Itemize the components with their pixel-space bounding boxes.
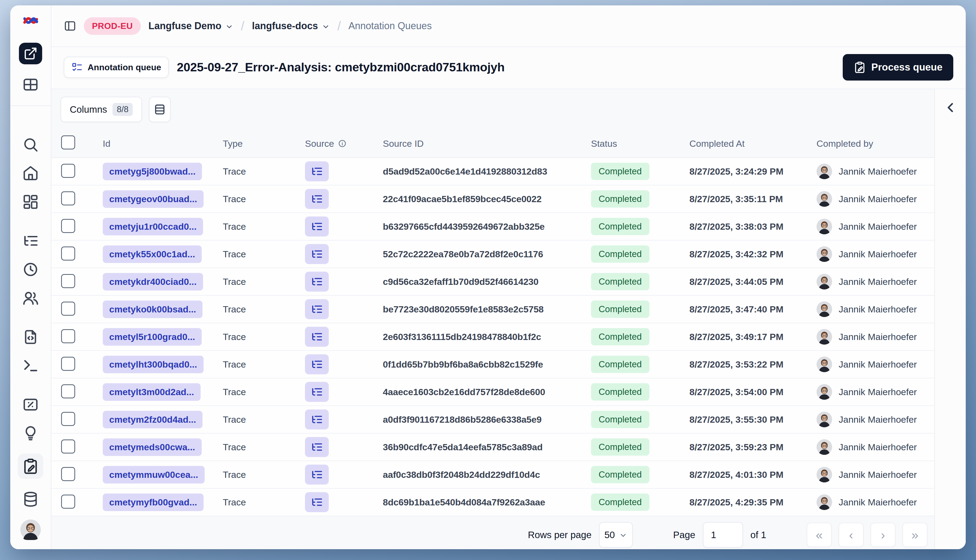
table-view-icon[interactable] bbox=[22, 76, 39, 93]
trace-source-button[interactable] bbox=[305, 437, 329, 457]
row-id-badge[interactable]: cmetymyfb00gvad... bbox=[103, 493, 204, 511]
table-row[interactable]: cmetyk55x00c1ad... Trace 52c72c2222ea78e… bbox=[52, 240, 934, 268]
info-icon[interactable] bbox=[338, 139, 347, 148]
row-id-badge[interactable]: cmetyju1r00ccad0... bbox=[103, 218, 203, 235]
next-page-button[interactable]: › bbox=[871, 523, 896, 547]
row-id-badge[interactable]: cmetyl5r100grad0... bbox=[103, 328, 202, 346]
trace-source-button[interactable] bbox=[305, 410, 329, 430]
columns-button[interactable]: Columns 8/8 bbox=[60, 97, 142, 122]
dashboard-icon[interactable] bbox=[22, 193, 39, 210]
playground-terminal-icon[interactable] bbox=[22, 357, 39, 374]
trace-source-button[interactable] bbox=[305, 189, 329, 209]
trace-source-button[interactable] bbox=[305, 492, 329, 512]
col-header-source[interactable]: Source bbox=[297, 138, 379, 149]
chevron-down-icon bbox=[322, 22, 330, 30]
row-id-badge[interactable]: cmetygeov00buad... bbox=[103, 190, 204, 208]
col-header-id[interactable]: Id bbox=[97, 138, 219, 149]
row-id-badge[interactable]: cmetyko0k00bsad... bbox=[103, 300, 202, 318]
environment-badge[interactable]: PROD-EU bbox=[84, 17, 141, 35]
row-id-badge[interactable]: cmetykdr400ciad0... bbox=[103, 273, 203, 290]
panel-toggle-icon[interactable] bbox=[64, 20, 76, 32]
sidebar-item-share[interactable] bbox=[19, 43, 42, 64]
trace-source-button[interactable] bbox=[305, 244, 329, 264]
row-id-badge[interactable]: cmetyg5j800bwad... bbox=[103, 163, 202, 180]
trace-source-button[interactable] bbox=[305, 299, 329, 319]
row-source-id: 0f1dd65b7bb9bf6ba8a6cbb82c1529fe bbox=[383, 359, 543, 370]
trace-source-button[interactable] bbox=[305, 217, 329, 237]
table-row[interactable]: cmetyju1r00ccad0... Trace b63297665cfd44… bbox=[52, 213, 934, 240]
rows-per-page-select[interactable]: 50 bbox=[599, 522, 632, 548]
process-queue-button[interactable]: Process queue bbox=[843, 54, 953, 80]
row-completed-by: Jannik Maierhoefer bbox=[839, 249, 917, 260]
row-checkbox[interactable] bbox=[61, 192, 75, 205]
trace-source-button[interactable] bbox=[305, 162, 329, 182]
page-number-input[interactable]: 1 bbox=[703, 522, 743, 548]
table-row[interactable]: cmetyl5r100grad0... Trace 2e603f31361115… bbox=[52, 323, 934, 351]
row-checkbox[interactable] bbox=[61, 440, 75, 453]
table-row[interactable]: cmetylt3m00d2ad... Trace 4aaece1603cb2e1… bbox=[52, 378, 934, 406]
queue-type-pill[interactable]: Annotation queue bbox=[64, 57, 169, 78]
col-header-status[interactable]: Status bbox=[587, 138, 681, 149]
row-id-badge[interactable]: cmetymeds00cwa... bbox=[103, 438, 202, 456]
org-switcher[interactable]: Langfuse Demo bbox=[148, 20, 233, 32]
col-header-source-id[interactable]: Source ID bbox=[379, 138, 587, 149]
col-header-type[interactable]: Type bbox=[219, 138, 297, 149]
col-header-completed-by[interactable]: Completed by bbox=[811, 138, 934, 149]
row-checkbox[interactable] bbox=[61, 412, 75, 426]
trace-source-button[interactable] bbox=[305, 382, 329, 402]
row-checkbox[interactable] bbox=[61, 384, 75, 398]
process-queue-label: Process queue bbox=[871, 62, 943, 73]
project-switcher[interactable]: langfuse-docs bbox=[252, 20, 330, 32]
trace-source-button[interactable] bbox=[305, 465, 329, 485]
row-id-badge[interactable]: cmetyk55x00c1ad... bbox=[103, 245, 202, 263]
row-checkbox[interactable] bbox=[61, 247, 75, 260]
row-checkbox[interactable] bbox=[61, 357, 75, 371]
sidebar-item-annotation-queues-active[interactable] bbox=[18, 453, 43, 479]
table-row[interactable]: cmetyko0k00bsad... Trace be7723e30d80205… bbox=[52, 296, 934, 323]
row-checkbox[interactable] bbox=[61, 302, 75, 316]
row-checkbox[interactable] bbox=[61, 495, 75, 508]
traces-icon[interactable] bbox=[22, 232, 39, 249]
table-row[interactable]: cmetylht300bqad0... Trace 0f1dd65b7bb9bf… bbox=[52, 351, 934, 378]
row-height-button[interactable] bbox=[149, 97, 170, 122]
completed-by-avatar bbox=[816, 329, 832, 345]
sidebar-divider bbox=[10, 105, 51, 106]
row-id-badge[interactable]: cmetylht300bqad0... bbox=[103, 356, 204, 373]
first-page-button[interactable]: « bbox=[807, 523, 832, 547]
table-row[interactable]: cmetygeov00buad... Trace 22c41f09acae5b1… bbox=[52, 185, 934, 213]
row-checkbox[interactable] bbox=[61, 467, 75, 481]
search-icon[interactable] bbox=[22, 136, 39, 153]
last-page-button[interactable]: » bbox=[903, 523, 928, 547]
table-header-row: Id Type Source Source ID Status Complete… bbox=[52, 130, 934, 158]
breadcrumb-page[interactable]: Annotation Queues bbox=[349, 20, 432, 32]
select-all-checkbox[interactable] bbox=[61, 135, 75, 150]
table-row[interactable]: cmetymyfb00gvad... Trace 8dc69b1ba1e540b… bbox=[52, 488, 934, 516]
table-row[interactable]: cmetymmuw00cea... Trace aaf0c38db0f3f204… bbox=[52, 461, 934, 488]
evaluation-percent-icon[interactable] bbox=[22, 396, 39, 413]
row-checkbox[interactable] bbox=[61, 329, 75, 343]
insights-lightbulb-icon[interactable] bbox=[22, 425, 39, 442]
trace-source-button[interactable] bbox=[305, 327, 329, 347]
table-row[interactable]: cmetyg5j800bwad... Trace d5ad9d52a00c6e1… bbox=[52, 158, 934, 185]
row-id-badge[interactable]: cmetym2fz00d4ad... bbox=[103, 411, 202, 428]
row-checkbox[interactable] bbox=[61, 164, 75, 178]
app-window: PROD-EU Langfuse Demo / langfuse-docs / … bbox=[10, 5, 966, 549]
sessions-clock-icon[interactable] bbox=[22, 261, 39, 278]
row-checkbox[interactable] bbox=[61, 219, 75, 233]
row-checkbox[interactable] bbox=[61, 274, 75, 288]
home-icon[interactable] bbox=[22, 165, 39, 182]
table-row[interactable]: cmetymeds00cwa... Trace 36b90cdfc47e5da1… bbox=[52, 433, 934, 461]
datasets-database-icon[interactable] bbox=[22, 491, 39, 508]
prev-page-button[interactable]: ‹ bbox=[839, 523, 864, 547]
table-row[interactable]: cmetym2fz00d4ad... Trace a0df3f901167218… bbox=[52, 406, 934, 433]
col-header-completed-at[interactable]: Completed At bbox=[681, 138, 811, 149]
table-row[interactable]: cmetykdr400ciad0... Trace c9d56ca32efaff… bbox=[52, 268, 934, 296]
row-id-badge[interactable]: cmetylt3m00d2ad... bbox=[103, 383, 200, 401]
prompts-file-code-icon[interactable] bbox=[22, 328, 39, 345]
users-icon[interactable] bbox=[22, 290, 39, 307]
panel-collapse-chevron-icon[interactable] bbox=[943, 100, 958, 115]
row-id-badge[interactable]: cmetymmuw00cea... bbox=[103, 466, 205, 483]
trace-source-button[interactable] bbox=[305, 354, 329, 374]
trace-source-button[interactable] bbox=[305, 272, 329, 292]
user-avatar[interactable] bbox=[20, 520, 41, 540]
